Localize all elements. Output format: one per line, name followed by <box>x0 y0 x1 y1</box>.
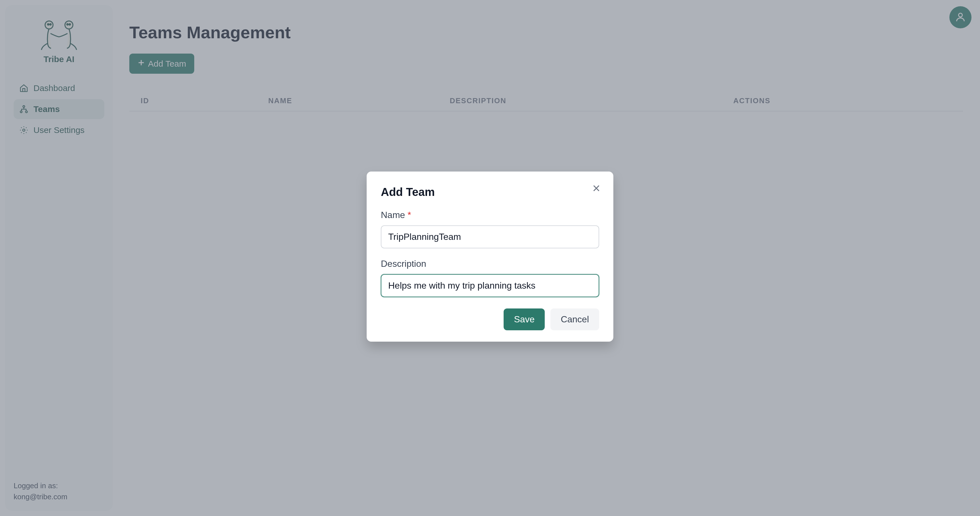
modal-actions: Save Cancel <box>381 308 599 330</box>
required-indicator: * <box>407 210 411 220</box>
modal-overlay[interactable]: Add Team Name * Description Save Cancel <box>0 0 980 516</box>
modal-title: Add Team <box>381 186 599 198</box>
name-input[interactable] <box>381 225 599 248</box>
save-button[interactable]: Save <box>504 308 545 330</box>
description-input[interactable] <box>381 274 599 297</box>
name-label: Name * <box>381 210 599 220</box>
modal-close-button[interactable] <box>591 183 602 194</box>
add-team-modal: Add Team Name * Description Save Cancel <box>367 171 613 341</box>
close-icon <box>592 184 601 194</box>
cancel-button[interactable]: Cancel <box>550 308 599 330</box>
form-group-name: Name * <box>381 210 599 248</box>
description-label: Description <box>381 259 599 269</box>
form-group-description: Description <box>381 259 599 297</box>
